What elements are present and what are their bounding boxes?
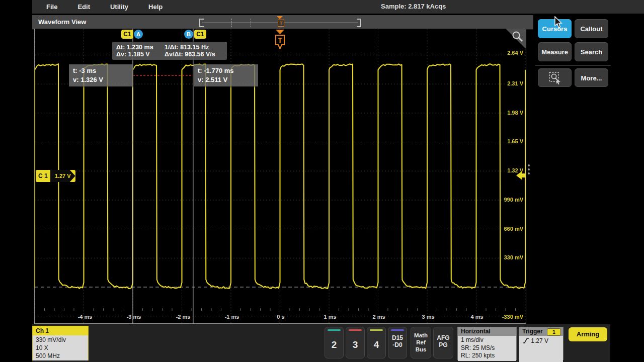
cursor-a-tooltip: t: -3 ms v: 1.326 V: [69, 64, 133, 86]
t-axis-label: 4 ms: [462, 314, 492, 320]
waveform-view-titlebar: Waveform View T: [32, 15, 533, 30]
channel3-button[interactable]: 3: [346, 327, 365, 358]
v-axis-label: 2.64 V: [507, 50, 523, 56]
digital-channels-button[interactable]: D15 -D0: [388, 327, 407, 358]
channel4-color-stripe: [370, 329, 383, 331]
channel1-settings-badge[interactable]: Ch 1 330 mV/div 10 X 500 MHz: [32, 326, 89, 360]
t-axis-label: 1 ms: [315, 314, 345, 320]
math-label-line3: Bus: [411, 346, 431, 353]
math-label-line1: Math: [411, 332, 431, 339]
waveform-view-title: Waveform View: [38, 18, 86, 26]
menu-help[interactable]: Help: [148, 3, 163, 11]
v-axis-label: 990 mV: [504, 197, 523, 203]
channel3-label: 3: [346, 339, 364, 350]
v-axis-label: 2.31 V: [507, 80, 523, 86]
channel1-title: Ch 1: [33, 326, 88, 335]
mouse-cursor: [554, 16, 564, 29]
channel1-level-value: 1.27 V: [50, 170, 75, 182]
trigger-position-mini-arrow: [277, 16, 283, 19]
menu-file[interactable]: File: [46, 3, 57, 11]
readout-invdt: 1/Δt: 813.15 Hz: [165, 44, 209, 51]
horizontal-sample-rate: SR: 25 MS/s: [461, 344, 516, 352]
right-panel-divider: [535, 65, 611, 66]
cursor-b-volts: v: 2.511 V: [198, 75, 254, 84]
pan-tick: [231, 19, 232, 27]
pan-tick: [251, 19, 251, 27]
trigger-title: Trigger: [522, 328, 543, 335]
channel1-bandwidth: 500 MHz: [36, 352, 88, 360]
t-axis-label: -3 ms: [119, 314, 149, 320]
v-axis-label: 330 mV: [504, 254, 523, 260]
zoom-select-icon: [548, 71, 561, 84]
math-ref-bus-button[interactable]: Math Ref Bus: [411, 327, 431, 358]
cursor-b-tooltip: t: -1.770 ms v: 2.511 V: [194, 64, 258, 86]
channel1-level-badge[interactable]: C 1 1.27 V: [36, 170, 75, 182]
zoom-select-button[interactable]: [538, 68, 572, 87]
cursor-b-channel-badge[interactable]: C1: [194, 30, 206, 39]
channel2-label: 2: [325, 339, 343, 350]
callout-button[interactable]: Callout: [575, 19, 608, 38]
sample-acqs-readout: Sample: 2.817 kAcqs: [381, 3, 446, 10]
channel4-button[interactable]: 4: [367, 327, 386, 358]
v-axis-label-bottom: -330 mV: [502, 314, 523, 320]
cursor-b-time: t: -1.770 ms: [198, 66, 254, 75]
horizontal-record-length: RL: 250 kpts: [461, 352, 516, 360]
cursor-b-badge[interactable]: B: [184, 30, 193, 39]
rising-edge-icon: [522, 337, 529, 344]
menu-utility[interactable]: Utility: [110, 3, 128, 11]
digital-label-line1: D15: [388, 334, 407, 341]
cursor-a-time: t: -3 ms: [73, 66, 129, 75]
bottom-settings-bar: Ch 1 330 mV/div 10 X 500 MHz 2 3 4 D15 -…: [32, 324, 610, 362]
t-axis-label: 0 s: [266, 314, 296, 320]
v-axis-label: 1.65 V: [507, 138, 523, 144]
trigger-settings-badge[interactable]: Trigger 1 1.27 V: [519, 327, 564, 360]
math-label-line2: Ref: [411, 339, 431, 346]
cursor-a-channel-badge[interactable]: C1: [121, 30, 133, 39]
afg-pg-button[interactable]: AFG PG: [433, 327, 453, 358]
search-button[interactable]: Search: [575, 42, 608, 61]
panel-drag-handle[interactable]: [528, 164, 530, 176]
readout-dvdt: Δv/Δt: 963.56 V/s: [165, 51, 215, 58]
t-axis-label: 2 ms: [364, 314, 394, 320]
channel1-probe: 10 X: [36, 344, 88, 352]
v-axis-label: 1.32 V: [507, 167, 523, 173]
channel3-color-stripe: [349, 329, 362, 331]
trigger-level-value: 1.27 V: [531, 337, 548, 344]
channel1-scale: 330 mV/div: [36, 336, 88, 344]
more-button[interactable]: More...: [575, 68, 608, 87]
v-axis-label: 1.98 V: [507, 110, 523, 116]
menu-bar: File Edit Utility Help Sample: 2.817 kAc…: [32, 0, 644, 14]
channel2-button[interactable]: 2: [325, 327, 344, 358]
afg-label-line1: AFG: [434, 334, 453, 341]
channel4-label: 4: [367, 339, 385, 350]
digital-label-line2: -D0: [388, 341, 407, 348]
cursor-a-badge[interactable]: A: [134, 30, 143, 39]
measure-button[interactable]: Measure: [538, 42, 572, 61]
readout-dt: Δt: 1.230 ms: [116, 44, 165, 51]
channel1-name: C 1: [38, 172, 50, 179]
t-axis-label: 3 ms: [413, 314, 443, 320]
t-axis-label: -4 ms: [70, 314, 100, 320]
graticule[interactable]: T C1 A B C1 Δt: 1.230 ms 1/Δt: 813.15 Hz…: [34, 29, 526, 324]
horizontal-title: Horizontal: [458, 327, 516, 336]
horizontal-scale: 1 ms/div: [461, 336, 516, 344]
v-axis-label: 660 mV: [504, 226, 523, 232]
t-axis-label: -1 ms: [217, 314, 247, 320]
trigger-source-badge: 1: [547, 328, 561, 336]
cursor-delta-readout: Δt: 1.230 ms 1/Δt: 813.15 Hz Δv: 1.185 V…: [112, 42, 227, 60]
horizontal-settings-badge[interactable]: Horizontal 1 ms/div SR: 25 MS/s RL: 250 …: [457, 327, 517, 360]
arming-status-button[interactable]: Arming: [569, 327, 607, 341]
svg-text:T: T: [278, 36, 282, 44]
digital-color-stripe: [391, 329, 404, 331]
readout-dv: Δv: 1.185 V: [116, 51, 165, 58]
cursor-a-volts: v: 1.326 V: [73, 75, 129, 84]
channel2-color-stripe: [328, 329, 341, 331]
t-axis-label: -2 ms: [168, 314, 198, 320]
menu-edit[interactable]: Edit: [77, 3, 90, 11]
trigger-position-mini-flag[interactable]: T: [278, 20, 284, 27]
afg-label-line2: PG: [434, 341, 453, 348]
